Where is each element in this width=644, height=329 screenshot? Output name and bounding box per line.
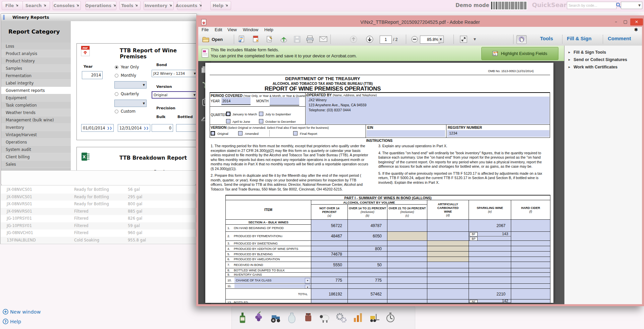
minimize-button[interactable]: – [611, 18, 621, 25]
cell-2-a[interactable]: 48467 [311, 232, 348, 241]
new-window-icon[interactable] [3, 309, 8, 315]
pdf-month-field[interactable] [270, 97, 299, 106]
cell-4-e[interactable] [469, 246, 511, 252]
cell-3-e[interactable] [469, 241, 511, 246]
cell-2-e[interactable]: BF143BP [469, 232, 511, 241]
cell-11-a[interactable] [311, 284, 348, 289]
share-upload-icon[interactable] [279, 35, 288, 43]
cell-5-f[interactable] [511, 252, 550, 257]
maximize-button[interactable]: ▢ [621, 18, 630, 25]
quarter-select[interactable]: ▼ [114, 100, 147, 107]
cell-2-f[interactable] [511, 232, 550, 241]
cell-13-f[interactable] [511, 299, 550, 303]
registry-number-field[interactable]: 1234 [447, 130, 549, 137]
cell-4-b[interactable]: 800 [348, 246, 387, 252]
ein-field[interactable] [367, 130, 445, 137]
cell-3-f[interactable] [511, 241, 550, 246]
wine-press-icon[interactable] [301, 310, 316, 326]
menu-tools[interactable]: Tools [119, 1, 141, 10]
sidebar-item-task-completion[interactable]: Task completion [1, 102, 71, 109]
winery-window-titlebar[interactable]: Winery Reports [1, 14, 197, 21]
cell-6-b[interactable] [348, 257, 387, 262]
lot-row[interactable]: JX-08NVCS01Ready for Bottling56 gal [1, 186, 196, 194]
tab-fill-sign[interactable]: Fill & Sign [567, 36, 591, 41]
cell-4-f[interactable] [511, 246, 550, 252]
sidebar-item-label-integrity[interactable]: Label integrity [1, 79, 71, 87]
help-link[interactable]: Help [10, 319, 21, 324]
bulk-input[interactable]: 0 [152, 124, 173, 132]
cell-5-e[interactable] [469, 252, 511, 257]
cell-10-f[interactable] [511, 277, 550, 284]
version-checkbox-original[interactable] [211, 131, 215, 135]
cell-7-d[interactable] [427, 262, 469, 268]
sidebar-item-vintage-harvest[interactable]: Vintage/Harvest [1, 131, 71, 139]
cell-1-b[interactable]: 49787 [348, 220, 387, 232]
cell-7-f[interactable] [511, 262, 550, 268]
adobe-menu-edit[interactable]: Edit [215, 27, 222, 32]
cell-11-c[interactable] [387, 284, 427, 289]
quicksearch-scope-select[interactable]: ▼ [621, 2, 642, 9]
zoom-dropdown-icon[interactable]: ▼ [438, 36, 444, 43]
adobe-menu-help[interactable]: Help [264, 27, 273, 32]
cell-2-c[interactable] [387, 232, 427, 241]
panel-item-send-or-collect-signatures[interactable]: ►Send or Collect Signatures [568, 57, 627, 62]
cell-12-b[interactable]: 57462 [348, 289, 387, 299]
cell-7-b[interactable]: 50 [348, 262, 387, 268]
sidebar-item-weather-trends[interactable]: Weather trends [1, 109, 71, 116]
cell-3-b[interactable] [348, 241, 387, 246]
tab-tools[interactable]: Tools [540, 36, 553, 41]
lot-row[interactable]: JG-08NVCH01Filtered960 gal [1, 229, 196, 237]
cell-5-a[interactable]: 74678 [311, 252, 348, 257]
cell-13-b[interactable] [348, 299, 387, 303]
create-pdf-icon[interactable] [251, 35, 260, 43]
cell-12-a[interactable]: 186192 [311, 289, 348, 299]
cell-6-c[interactable] [387, 257, 427, 262]
cell-11-b[interactable] [348, 284, 387, 289]
lot-row[interactable]: JX-09NVRS01Filtered885 gal [1, 208, 196, 215]
sidebar-item-system-audit[interactable]: System audit [1, 146, 71, 153]
cell-10-c[interactable] [387, 277, 427, 284]
cell-13-d[interactable] [427, 299, 469, 303]
lot-row[interactable]: JX-08NVCS01Ready for Bottling295 gal [1, 194, 196, 201]
month-select[interactable]: ▼ [114, 81, 147, 89]
open-button[interactable]: Open [202, 35, 223, 44]
print-icon[interactable] [305, 35, 315, 43]
gears-icon[interactable] [334, 310, 348, 326]
cell-6-d[interactable] [427, 257, 469, 262]
previous-page-icon[interactable] [349, 35, 358, 43]
page-number-input[interactable] [380, 36, 392, 44]
cell-12-c[interactable] [387, 289, 427, 299]
cell-3-d[interactable] [427, 241, 469, 246]
tractor-icon[interactable] [268, 310, 283, 326]
close-document-icon[interactable]: ✱ [634, 27, 638, 32]
version-checkbox-amended[interactable] [238, 131, 243, 135]
cell-5-b[interactable] [348, 252, 387, 257]
email-icon[interactable] [319, 35, 328, 43]
hand-tool-icon[interactable] [517, 35, 527, 44]
cell-5-c[interactable] [387, 252, 427, 257]
cell-12-e[interactable]: 2210 [469, 289, 511, 299]
tax-class-dropdown[interactable]: ▼ [234, 284, 311, 288]
sidebar-item-client-billing[interactable]: Client billing [1, 153, 71, 161]
sidebar-item-operations[interactable]: Operations [1, 139, 71, 146]
radio-year-only[interactable] [115, 65, 118, 69]
cell-9-b[interactable] [348, 273, 387, 277]
cell-10-d[interactable] [427, 277, 469, 284]
radio-custom[interactable] [115, 110, 118, 113]
menu-search[interactable]: Search [22, 1, 50, 10]
cell-10-e[interactable] [469, 277, 511, 284]
cell-2-d[interactable] [427, 232, 469, 241]
cell-9-a[interactable] [311, 273, 348, 277]
dropdown-arrow-icon[interactable]: ▼ [305, 278, 310, 283]
forklift-icon[interactable] [367, 310, 381, 326]
cell-3-c[interactable] [387, 241, 427, 246]
quarterly-checkbox-october-to-december[interactable] [259, 119, 263, 123]
cell-6-e[interactable] [469, 257, 511, 262]
cell-2-b[interactable]: 6050 [348, 232, 387, 241]
tax-class-dropdown[interactable]: CHANGE OF TAX CLASS▼ [234, 277, 311, 283]
cell-9-c[interactable] [387, 273, 427, 277]
final-report-checkbox[interactable] [293, 131, 298, 135]
cell-12-f[interactable] [511, 289, 550, 299]
bond-select[interactable]: JX2 Winery - 1234▼ [152, 70, 196, 77]
cell-3-a[interactable] [311, 241, 348, 246]
